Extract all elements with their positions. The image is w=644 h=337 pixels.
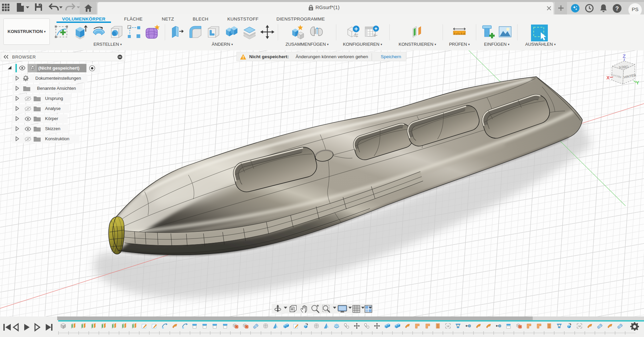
svg-text:Y: Y bbox=[636, 80, 639, 85]
svg-text:?: ? bbox=[615, 5, 619, 12]
svg-text:Z: Z bbox=[622, 53, 626, 59]
svg-text:X: X bbox=[606, 75, 610, 80]
